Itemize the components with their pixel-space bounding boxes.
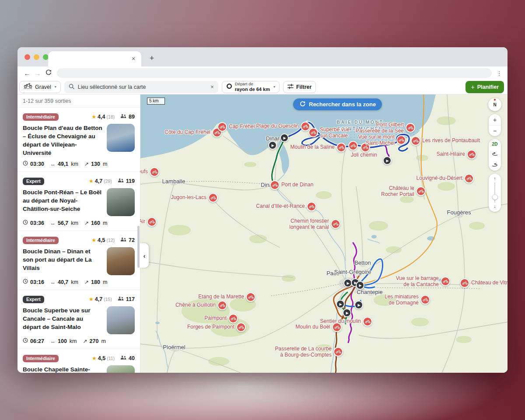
- forward-icon[interactable]: →: [32, 70, 43, 77]
- desktop-background: × + ← → ⋮ Gravel ▾: [0, 0, 525, 420]
- elevation-stat: ↗ 270m: [83, 338, 106, 344]
- tilt-slider-handle[interactable]: [492, 194, 498, 200]
- sport-label: Gravel: [35, 84, 51, 90]
- play-icon: ▶: [346, 311, 348, 315]
- search-value: Lieu sélectionné sur la carte: [78, 84, 207, 90]
- distance-stat: ↔ 56,7km: [50, 220, 78, 226]
- results-summary: 1-12 sur 359 sorties: [18, 94, 140, 108]
- poi-label: eufs: [140, 169, 148, 175]
- bike-icon: [246, 292, 256, 302]
- distance-icon: ↔: [50, 279, 56, 285]
- map-2d-toggle[interactable]: 2D: [492, 139, 497, 149]
- bike-icon: [336, 143, 346, 152]
- distance-stat: ↔ 100km: [50, 338, 77, 344]
- sidebar-collapse-handle[interactable]: ‹: [140, 243, 149, 268]
- browser-menu-icon[interactable]: ⋮: [495, 70, 503, 77]
- bike-icon: [363, 317, 372, 326]
- difficulty-badge: Intermédiaire: [23, 237, 59, 244]
- elevation-icon: ↗: [84, 279, 89, 285]
- plan-label: Planifier: [477, 84, 499, 90]
- back-icon[interactable]: ←: [22, 70, 32, 77]
- route-card[interactable]: Expert ★ 4,7 (29) 119 Boucle Pont-Réan –…: [18, 172, 140, 231]
- sport-select[interactable]: Gravel ▾: [19, 81, 61, 93]
- reload-icon[interactable]: [43, 69, 53, 77]
- search-icon: [69, 83, 74, 91]
- poi-label: Air: [140, 219, 145, 225]
- route-start-marker[interactable]: ▶: [280, 133, 289, 142]
- rating: ★ 4,4 (18): [91, 114, 115, 120]
- city-label: Betton: [354, 259, 371, 266]
- route-start-marker[interactable]: ▶: [268, 141, 277, 150]
- minimize-window-button[interactable]: [34, 54, 39, 60]
- filter-button[interactable]: Filtrer: [283, 81, 316, 93]
- zoom-in-button[interactable]: +: [489, 114, 501, 125]
- play-icon: ▶: [339, 302, 342, 306]
- route-card[interactable]: Intermédiaire ★ 4,4 (18) 89 Boucle Plan …: [18, 108, 140, 172]
- rotate-right-icon[interactable]: [489, 160, 501, 171]
- gravel-bike-icon: [24, 83, 32, 91]
- riders-count: 40: [120, 355, 135, 361]
- clear-search-icon[interactable]: ×: [210, 84, 214, 90]
- poi-label: Chêne à Guillotin: [175, 302, 216, 308]
- route-start-marker[interactable]: ▶: [343, 308, 351, 317]
- city-label: Lamballe: [162, 178, 186, 185]
- route-title: Boucle Pont-Réan – Le Boël au départ de …: [23, 188, 102, 216]
- route-card[interactable]: Intermédiaire ★ 4,5 (12) 72 Boucle Dinan…: [18, 231, 140, 290]
- tilt-up-button[interactable]: ↑: [494, 176, 496, 182]
- map-controls: N + − 2D: [488, 98, 501, 212]
- elevation-stat: ↗ 130m: [84, 161, 107, 167]
- clock-icon: [23, 279, 28, 285]
- rotate-left-icon[interactable]: [489, 149, 501, 160]
- poi-label: Côte du Cap Fréhel: [164, 130, 210, 136]
- bike-icon: [228, 314, 238, 323]
- people-icon: [118, 296, 124, 302]
- poi-label: Canal d'Ille-et-Rance: [256, 203, 305, 210]
- compass-control[interactable]: N: [488, 98, 501, 111]
- route-start-marker[interactable]: ▶: [354, 301, 363, 309]
- star-icon: ★: [91, 237, 96, 243]
- browser-tab[interactable]: ×: [48, 51, 141, 66]
- close-window-button[interactable]: [24, 54, 30, 60]
- radius-select[interactable]: Départ de rayon de 64 km ▾: [222, 81, 280, 93]
- app-toolbar: Gravel ▾ Lieu sélectionné sur la carte ×…: [18, 80, 508, 94]
- bike-icon: [464, 174, 474, 183]
- poi-label: Forges de Paimpont: [187, 324, 234, 330]
- sidebar-scrollbar[interactable]: [137, 226, 140, 268]
- search-input[interactable]: Lieu sélectionné sur la carte ×: [64, 81, 218, 93]
- clock-icon: [23, 220, 28, 226]
- distance-icon: ↔: [50, 161, 56, 167]
- tilt-down-button[interactable]: ↓: [494, 203, 496, 209]
- map-canvas[interactable]: BAIE DU MONT SAINT MICHEL DinardDinanLam…: [140, 94, 508, 373]
- browser-window: × + ← → ⋮ Gravel ▾: [18, 47, 508, 373]
- bike-icon: [150, 167, 159, 177]
- poi-label: Jugon-les-Lacs: [171, 195, 206, 201]
- search-this-area-button[interactable]: Rechercher dans la zone: [293, 98, 382, 110]
- route-start-marker[interactable]: ▶: [383, 156, 392, 165]
- url-bar[interactable]: [57, 68, 492, 78]
- plan-button[interactable]: + Planifier: [466, 81, 504, 93]
- tilt-slider[interactable]: [494, 182, 495, 203]
- zoom-out-button[interactable]: −: [489, 125, 501, 136]
- rating: ★ 4,5 (11): [92, 355, 115, 361]
- route-thumbnail: [107, 188, 135, 216]
- bike-icon: [348, 141, 358, 150]
- difficulty-badge: Intermédiaire: [23, 355, 59, 362]
- route-start-marker[interactable]: ▶: [336, 300, 345, 308]
- route-card[interactable]: Intermédiaire ★ 4,5 (11) 40 Boucle Chape…: [18, 349, 140, 373]
- distance-stat: ↔ 40,7km: [50, 279, 78, 285]
- elevation-stat: ↗ 180m: [84, 279, 107, 285]
- bike-icon: [396, 135, 406, 145]
- tab-close-icon[interactable]: ×: [130, 55, 137, 63]
- new-tab-button[interactable]: +: [146, 53, 158, 64]
- riders-count: 117: [118, 296, 135, 302]
- route-card[interactable]: Expert ★ 4,7 (15) 117 Boucle Superbe vue…: [18, 290, 140, 349]
- bike-icon: [236, 322, 246, 332]
- poi-label: Passerelle de La courbe à Bourg-des-Comp…: [275, 346, 332, 358]
- city-label: Fougères: [447, 209, 471, 216]
- route-start-marker[interactable]: ▶: [356, 281, 364, 290]
- route-title: Boucle Superbe vue sur Cancale – Cancale…: [23, 306, 102, 334]
- people-icon: [120, 355, 126, 361]
- bike-icon: [441, 276, 450, 286]
- poi-label: Paimpont: [204, 315, 227, 322]
- play-icon: ▶: [271, 144, 274, 147]
